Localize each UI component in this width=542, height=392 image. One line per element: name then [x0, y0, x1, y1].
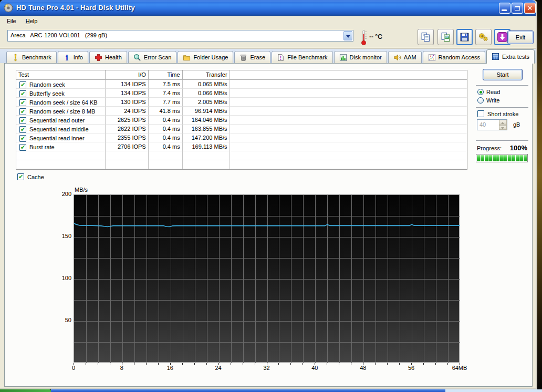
test-io: 134 IOPS: [106, 80, 149, 89]
options-button[interactable]: [475, 29, 492, 45]
empty-cell: [106, 151, 149, 160]
test-checkbox[interactable]: [19, 135, 26, 142]
tab-benchmark[interactable]: Benchmark: [6, 51, 57, 63]
restore-button[interactable]: [512, 3, 523, 14]
test-transfer: 164.046 MB/s: [183, 116, 230, 125]
test-checkbox[interactable]: [19, 99, 26, 106]
thermometer-icon: [360, 29, 367, 46]
tab-file-benchmark[interactable]: !File Benchmark: [272, 51, 332, 63]
close-icon: ✕: [525, 3, 535, 13]
taskbar: [0, 389, 542, 392]
separator: [476, 140, 528, 141]
empty-cell: [16, 151, 106, 160]
test-checkbox[interactable]: [19, 144, 26, 151]
filler-cell: [230, 98, 467, 107]
menu-file[interactable]: File: [2, 16, 21, 25]
test-name: Sequential read middle: [29, 126, 89, 132]
options-icon: [478, 32, 489, 43]
tab-folder-usage[interactable]: Folder Usage: [178, 51, 233, 63]
short-stroke-checkbox[interactable]: [477, 110, 484, 117]
test-checkbox[interactable]: [19, 126, 26, 133]
empty-table-row: [16, 160, 467, 169]
test-transfer: 169.113 MB/s: [183, 142, 230, 151]
short-stroke-unit-label: gB: [513, 121, 520, 128]
drive-selector[interactable]: Areca ARC-1200-VOL001 (299 gB): [7, 30, 353, 42]
cache-checkbox[interactable]: [17, 173, 24, 180]
start-button[interactable]: Start: [483, 69, 523, 80]
drive-selector-arrow-button[interactable]: [343, 31, 352, 40]
empty-cell: [183, 160, 230, 169]
tab-info[interactable]: iInfo: [58, 51, 88, 63]
filler-cell: [230, 89, 467, 98]
tab-label: Erase: [250, 54, 265, 60]
tab-extra-tests[interactable]: Extra tests: [486, 49, 535, 64]
cache-label: Cache: [27, 174, 44, 180]
save-button[interactable]: [456, 29, 473, 45]
close-button[interactable]: ✕: [524, 3, 536, 14]
progress-segment: [504, 155, 507, 161]
test-transfer: 96.914 MB/s: [183, 107, 230, 116]
x-tick: [134, 363, 134, 365]
toolbar: Areca ARC-1200-VOL001 (299 gB) -- °C Exi…: [0, 26, 536, 48]
start-button-sliver[interactable]: [0, 389, 51, 392]
x-tick: [290, 363, 291, 365]
test-checkbox[interactable]: [19, 81, 26, 88]
copy-text-button[interactable]: [418, 29, 434, 45]
filler-cell: [230, 125, 467, 133]
short-stroke-size-value: 40: [480, 121, 486, 128]
x-tick: [243, 363, 243, 365]
progress-segment: [500, 155, 503, 161]
cache-chart-plot: [74, 194, 460, 363]
drive-selector-value: Areca ARC-1200-VOL001 (299 gB): [11, 32, 107, 38]
empty-cell: [106, 160, 149, 169]
tab-random-access[interactable]: Random Access: [423, 51, 485, 63]
tab-erase[interactable]: Erase: [234, 51, 270, 63]
write-radio[interactable]: [477, 97, 484, 104]
tab-disk-monitor[interactable]: Disk monitor: [334, 51, 387, 63]
test-checkbox[interactable]: [19, 108, 26, 115]
x-tick-label: 56: [400, 365, 423, 371]
table-header-row: TestI/OTimeTransfer: [16, 70, 467, 80]
tab-health[interactable]: Health: [89, 51, 127, 63]
taskbar-strip: [51, 389, 445, 392]
test-name: Sequential read inner: [29, 135, 85, 141]
test-checkbox[interactable]: [19, 117, 26, 124]
spinner-down-icon[interactable]: [499, 125, 507, 130]
filler-cell: [230, 142, 467, 151]
spinner-up-icon[interactable]: [499, 120, 507, 125]
titlebar[interactable]: HD Tune Pro 4.01 - Hard Disk Utility ✕: [0, 0, 536, 16]
progress-bar: [476, 154, 528, 162]
test-time: 0.4 ms: [149, 125, 183, 133]
minimize-icon: [502, 9, 507, 11]
test-cell: Random seek / size 64 KB: [16, 98, 106, 107]
progress-segment: [516, 155, 519, 161]
copy-image-button[interactable]: [437, 29, 454, 45]
x-tick-label: 8: [110, 365, 133, 371]
minimize-button[interactable]: [499, 3, 510, 14]
x-tick: [423, 363, 424, 365]
x-tick-label: 48: [351, 365, 374, 371]
y-tick-label: 100: [56, 275, 71, 281]
menu-help[interactable]: Help: [21, 16, 43, 25]
filler-cell: [230, 133, 467, 142]
download-icon: [497, 32, 508, 43]
progress-segment: [481, 155, 484, 161]
tab-label: Extra tests: [502, 54, 529, 60]
test-checkbox[interactable]: [19, 90, 26, 97]
test-transfer: 147.200 MB/s: [183, 133, 230, 142]
short-stroke-label: Short stroke: [487, 111, 518, 117]
progress-label: Progress:: [477, 145, 502, 151]
save-icon: [459, 32, 470, 43]
exit-button[interactable]: Exit: [507, 30, 534, 44]
tab-error-scan[interactable]: Error Scan: [128, 51, 177, 63]
svg-text:!: !: [280, 55, 282, 60]
tab-aam[interactable]: AAM: [388, 51, 422, 63]
column-header-i-o: I/O: [106, 70, 149, 80]
read-radio[interactable]: [477, 89, 484, 95]
test-name: Butterfly seek: [29, 90, 65, 97]
separator: [476, 85, 528, 86]
erase-icon: [239, 54, 247, 61]
restore-icon: [515, 6, 520, 11]
short-stroke-size-spinner[interactable]: 40: [477, 119, 507, 130]
y-tick-label: 50: [56, 317, 71, 323]
